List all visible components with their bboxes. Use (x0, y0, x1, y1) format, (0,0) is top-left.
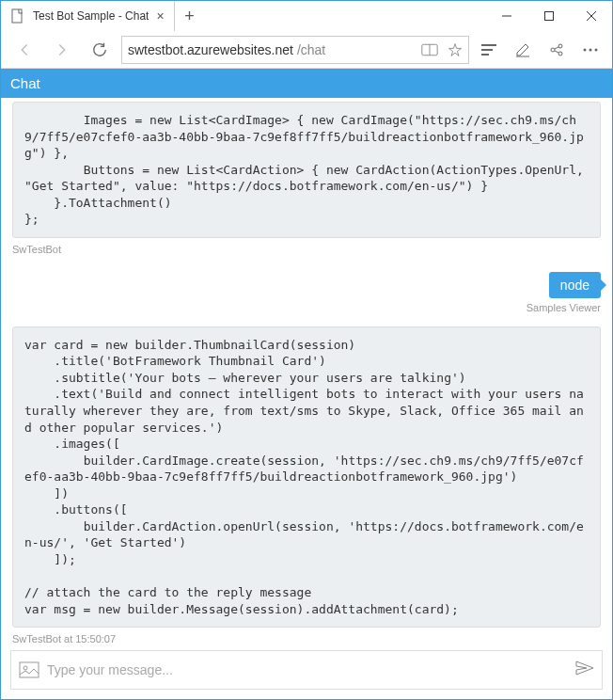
hub-button[interactable] (475, 34, 503, 66)
forward-button[interactable] (46, 34, 78, 66)
message-meta: SwTestBot at 15:50:07 (12, 633, 601, 644)
title-bar: Test Bot Sample - Chat × + (1, 1, 612, 31)
bot-message: var card = new builder.ThumbnailCard(ses… (12, 326, 601, 628)
address-bar[interactable]: swtestbot.azurewebsites.net/chat (121, 36, 469, 64)
message-input[interactable] (47, 662, 568, 677)
refresh-button[interactable] (84, 34, 116, 66)
url-path: /chat (297, 42, 325, 57)
bot-message: Images = new List<CardImage> { new CardI… (12, 102, 601, 238)
page-icon (10, 8, 25, 24)
close-window-button[interactable] (570, 1, 612, 31)
url-host: swtestbot.azurewebsites.net (128, 42, 293, 57)
svg-point-20 (24, 666, 27, 670)
close-tab-icon[interactable]: × (156, 8, 164, 24)
web-note-icon[interactable] (509, 34, 537, 66)
svg-point-17 (589, 48, 592, 51)
back-button[interactable] (8, 34, 40, 66)
user-message: node (549, 272, 601, 298)
favorite-icon[interactable] (448, 42, 463, 57)
image-icon[interactable] (19, 661, 39, 678)
svg-line-15 (555, 51, 558, 53)
svg-rect-0 (12, 9, 22, 23)
svg-point-12 (558, 44, 562, 48)
tab-title: Test Bot Sample - Chat (33, 9, 149, 23)
message-meta: SwTestBot (12, 244, 601, 255)
more-icon[interactable] (576, 34, 605, 66)
message-composer (10, 650, 603, 690)
svg-rect-2 (544, 12, 553, 21)
svg-point-13 (558, 52, 562, 56)
svg-point-18 (595, 48, 598, 51)
chat-body: Images = new List<CardImage> { new CardI… (1, 98, 612, 644)
svg-point-16 (584, 48, 587, 51)
svg-point-11 (551, 48, 555, 52)
nav-bar: swtestbot.azurewebsites.net/chat (1, 31, 612, 69)
svg-line-14 (555, 47, 558, 49)
reading-view-icon[interactable] (421, 42, 438, 57)
maximize-button[interactable] (527, 1, 570, 31)
chat-header: Chat (1, 69, 612, 98)
browser-tab[interactable]: Test Bot Sample - Chat × (1, 1, 175, 31)
minimize-button[interactable] (485, 1, 527, 31)
send-button[interactable] (575, 660, 594, 679)
share-icon[interactable] (542, 34, 571, 66)
svg-rect-19 (20, 662, 39, 677)
message-meta: Samples Viewer (12, 302, 601, 313)
new-tab-button[interactable]: + (175, 1, 205, 31)
